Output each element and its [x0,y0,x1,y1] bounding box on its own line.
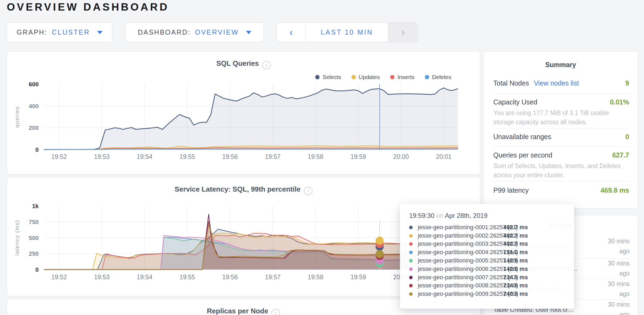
service-latency-title: Service Latency: SQL, 99th percentilei [7,185,480,195]
divider [493,128,629,128]
chevron-down-icon [97,31,103,34]
dashboard-dropdown-value: OVERVIEW [195,28,239,36]
overview-dashboard-page: OVERVIEW DASHBOARD GRAPH: CLUSTER DASHBO… [0,0,644,315]
summary-row-p99: P99 latency 469.8 ms [493,186,629,194]
capacity-used-label: Capacity Used [493,98,537,106]
tooltip-node-value: 142.6 ms [503,257,528,264]
tooltip-rows: jesse-geo-partitioning-0001:26257 (n1) 4… [409,223,565,298]
tooltip-node-name: jesse-geo-partitioning-0009:26257 (n9) [418,291,503,297]
svg-text:400: 400 [29,103,39,110]
time-range-value-button[interactable]: LAST 10 MIN [306,23,388,42]
selects-dot-icon [315,75,320,79]
dashboard-dropdown[interactable]: DASHBOARD: OVERVIEW [125,22,264,42]
sql-queries-legend: Selects Updates Inserts Deletes [315,74,451,80]
svg-text:19:57: 19:57 [265,274,281,281]
graph-dropdown-value: CLUSTER [52,28,90,36]
series-dot-icon [409,267,413,271]
sql-queries-card: SQL Queriesi Selects Updates Inserts Del… [7,51,480,175]
service-latency-title-text: Service Latency: SQL, 99th percentile [175,185,300,193]
tooltip-node-name: jesse-geo-partitioning-0002:26257 (n2) [418,232,503,239]
info-icon[interactable]: i [262,61,271,70]
tooltip-row: jesse-geo-partitioning-0006:26257 (n6) 1… [409,265,565,273]
svg-text:19:54: 19:54 [137,153,152,160]
svg-text:19:59: 19:59 [350,274,366,281]
legend-item-updates[interactable]: Updates [351,74,380,80]
svg-text:queries: queries [14,106,20,127]
svg-text:19:53: 19:53 [94,153,110,160]
legend-item-deletes[interactable]: Deletes [425,74,451,80]
tooltip-row: jesse-geo-partitioning-0007:26257 (n7) 2… [409,273,565,282]
divider [493,94,629,94]
svg-text:19:55: 19:55 [179,153,195,160]
time-range-label: LAST 10 MIN [321,28,373,36]
svg-text:19:55: 19:55 [179,274,195,281]
svg-text:19:53: 19:53 [94,274,110,281]
queries-per-second-desc: Sum of Selects, Updates, Inserts, and De… [493,161,629,180]
tooltip-node-name: jesse-geo-partitioning-0003:26257 (n3) [418,241,503,247]
svg-text:250: 250 [29,250,39,257]
legend-item-inserts[interactable]: Inserts [390,74,415,80]
svg-text:1k: 1k [32,203,39,209]
sql-queries-title: SQL Queriesi [7,59,480,70]
svg-text:200: 200 [29,124,39,131]
event-time: 30 mins ago [603,236,630,256]
tooltip-row: jesse-geo-partitioning-0002:26257 (n2) 4… [409,232,565,240]
deletes-dot-icon [425,75,429,79]
series-dot-icon [409,242,413,246]
total-nodes-value: 9 [625,79,629,87]
series-dot-icon [409,226,413,229]
view-nodes-list-link[interactable]: View nodes list [534,79,579,87]
tooltip-node-name: jesse-geo-partitioning-0008:26257 (n8) [418,282,503,289]
inserts-dot-icon [390,75,395,79]
tooltip-node-name: jesse-geo-partitioning-0006:26257 (n6) [418,266,503,273]
summary-row-total-nodes: Total Nodes View nodes list 9 [493,79,629,87]
tooltip-row: jesse-geo-partitioning-0001:26257 (n1) 4… [409,223,565,232]
svg-text:20:01: 20:01 [436,153,452,160]
p99-latency-label: P99 latency [493,186,529,194]
updates-dot-icon [351,75,356,79]
event-time: 30 mins ago [603,300,630,315]
svg-text:20:00: 20:00 [393,153,409,160]
tooltip-node-name: jesse-geo-partitioning-0004:26257 (n4) [418,249,503,256]
svg-text:latency (ms): latency (ms) [14,220,20,255]
time-range-next-button[interactable]: › [388,23,418,42]
svg-text:500: 500 [29,235,39,241]
chart-hover-tooltip: 19:59:30 on Apr 28th, 2019 jesse-geo-par… [400,204,574,309]
time-range-prev-button[interactable]: ‹ [277,23,306,42]
unavailable-ranges-label: Unavailable ranges [493,133,551,141]
tooltip-row: jesse-geo-partitioning-0003:26257 (n3) 4… [409,240,565,248]
tooltip-date: Apr 28th, 2019 [445,212,487,219]
svg-text:600: 600 [29,81,39,88]
svg-text:0: 0 [35,266,39,273]
summary-row-unavailable: Unavailable ranges 0 [493,133,629,141]
legend-label: Deletes [432,74,451,80]
svg-text:19:57: 19:57 [265,153,281,160]
tooltip-node-value: 151.0 ms [503,249,528,256]
tooltip-row: jesse-geo-partitioning-0008:26257 (n8) 2… [409,282,565,290]
svg-text:750: 750 [29,219,39,225]
info-icon[interactable]: i [271,309,280,315]
graph-dropdown[interactable]: GRAPH: CLUSTER [7,22,112,42]
tooltip-node-value: 234.9 ms [503,274,528,281]
tooltip-header: 19:59:30 on Apr 28th, 2019 [409,212,565,219]
summary-card: Summary Total Nodes View nodes list 9 Ca… [483,51,638,208]
sql-queries-chart[interactable]: 020040060019:5219:5319:5419:5519:5619:57… [7,52,481,175]
tooltip-node-name: jesse-geo-partitioning-0007:26257 (n7) [418,274,503,281]
tooltip-on: on [436,212,443,219]
tooltip-node-value: 142.6 ms [503,266,528,273]
series-dot-icon [409,251,413,254]
tooltip-node-value: 243.3 ms [503,291,528,297]
dashboard-dropdown-label: DASHBOARD: [138,28,190,36]
replicas-per-node-title-text: Replicas per Node [207,307,268,315]
info-icon[interactable]: i [304,187,313,195]
svg-text:0: 0 [35,146,39,153]
graph-dropdown-label: GRAPH: [17,28,47,36]
tooltip-node-value: 402.7 ms [503,241,528,247]
legend-label: Inserts [397,74,415,80]
capacity-used-desc: You are using 177.7 MiB of 3.1 TiB usabl… [493,108,629,127]
svg-text:19:52: 19:52 [51,153,67,160]
svg-text:19:58: 19:58 [308,153,323,160]
svg-text:19:58: 19:58 [308,274,323,281]
series-dot-icon [409,284,413,287]
legend-item-selects[interactable]: Selects [315,74,341,80]
